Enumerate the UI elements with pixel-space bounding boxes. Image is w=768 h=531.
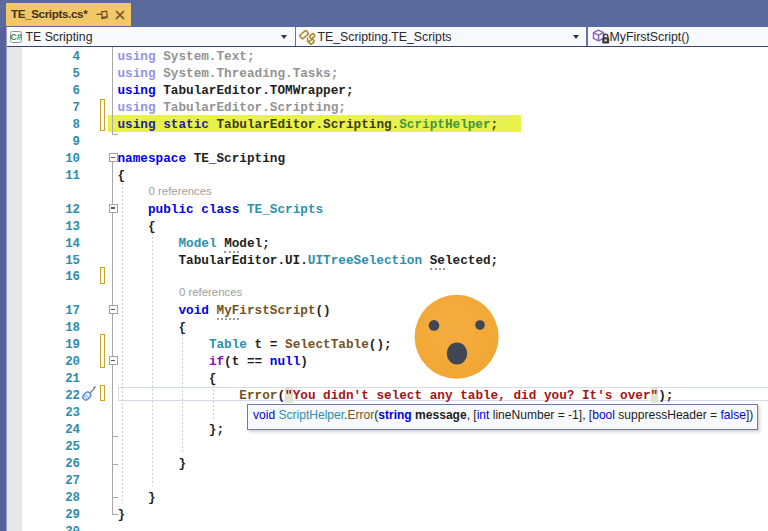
svg-text:C#: C# xyxy=(10,32,21,42)
